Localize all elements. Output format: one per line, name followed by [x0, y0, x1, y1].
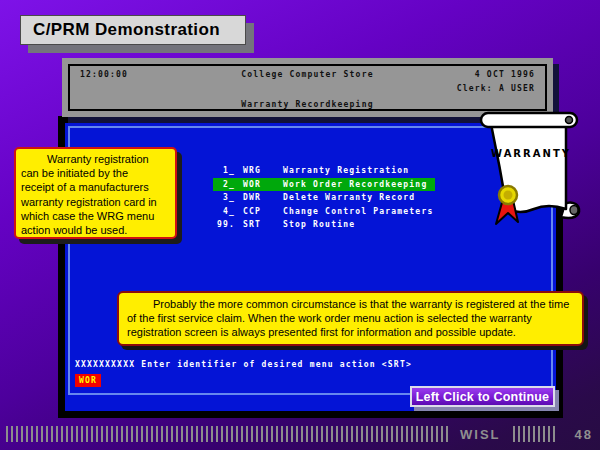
menu-item-wrg[interactable]: 1_WRGWarranty Registration	[213, 164, 435, 178]
menu-item-code: WOR	[243, 178, 283, 192]
menu-action-prompt: XXXXXXXXXX Enter identifier of desired m…	[75, 360, 412, 369]
terminal-time: 12:00:00	[80, 68, 200, 82]
footer-bars-right	[513, 426, 557, 442]
menu-item-code: CCP	[243, 205, 283, 219]
bottom-annotation-note: Probably the more common circumstance is…	[117, 291, 584, 346]
slide-title: C/PRM Demonstration	[33, 20, 220, 40]
terminal-store-name: College Computer Store	[200, 68, 415, 82]
menu-item-number: 99.	[215, 218, 235, 232]
menu-item-wor-selected[interactable]: 2_WORWork Order Recordkeeping	[213, 178, 435, 192]
warranty-scroll-icon: WARRANTY	[477, 109, 584, 233]
warranty-scroll-graphic: WARRANTY	[477, 109, 584, 233]
menu-item-code: DWR	[243, 191, 283, 205]
menu-item-code: SRT	[243, 218, 283, 232]
menu-item-label: Stop Routine	[283, 218, 355, 232]
warranty-scroll-label: WARRANTY	[491, 148, 571, 159]
footer-bar: WISL 48	[0, 423, 600, 445]
menu-item-ccp[interactable]: 4_CCPChange Control Parameters	[213, 205, 435, 219]
terminal-date: 4 OCT 1996	[415, 68, 535, 82]
slide: C/PRM Demonstration 12:00:00 College Com…	[0, 0, 600, 450]
menu-item-label: Delete Warranty Record	[283, 191, 415, 205]
terminal-header-frame: 12:00:00 College Computer Store 4 OCT 19…	[68, 64, 547, 111]
terminal-screen-title: Warranty Recordkeeping	[80, 98, 535, 112]
menu-action-input[interactable]: WOR	[75, 374, 101, 387]
continue-button-label: Left Click to Continue	[416, 390, 550, 404]
menu-item-label: Change Control Parameters	[283, 205, 433, 219]
menu-item-number: 1_	[215, 164, 235, 178]
menu-item-label: Work Order Recordkeeping	[283, 178, 427, 192]
footer-bars-left	[6, 426, 450, 442]
menu-item-number: 4_	[215, 205, 235, 219]
footer-brand: WISL	[460, 427, 501, 442]
terminal-menu: 1_WRGWarranty Registration 2_WORWork Ord…	[213, 164, 435, 232]
terminal-clerk: Clerk: A USER	[80, 82, 535, 96]
menu-item-label: Warranty Registration	[283, 164, 409, 178]
left-annotation-note: Warranty registration can be initiated b…	[14, 147, 177, 239]
menu-item-srt[interactable]: 99.SRTStop Routine	[213, 218, 435, 232]
menu-item-number: 2_	[215, 178, 235, 192]
continue-button[interactable]: Left Click to Continue	[410, 386, 555, 407]
menu-item-code: WRG	[243, 164, 283, 178]
slide-title-box: C/PRM Demonstration	[20, 15, 246, 45]
menu-item-number: 3_	[215, 191, 235, 205]
menu-item-dwr[interactable]: 3_DWRDelete Warranty Record	[213, 191, 435, 205]
footer-page-number: 48	[575, 427, 593, 442]
